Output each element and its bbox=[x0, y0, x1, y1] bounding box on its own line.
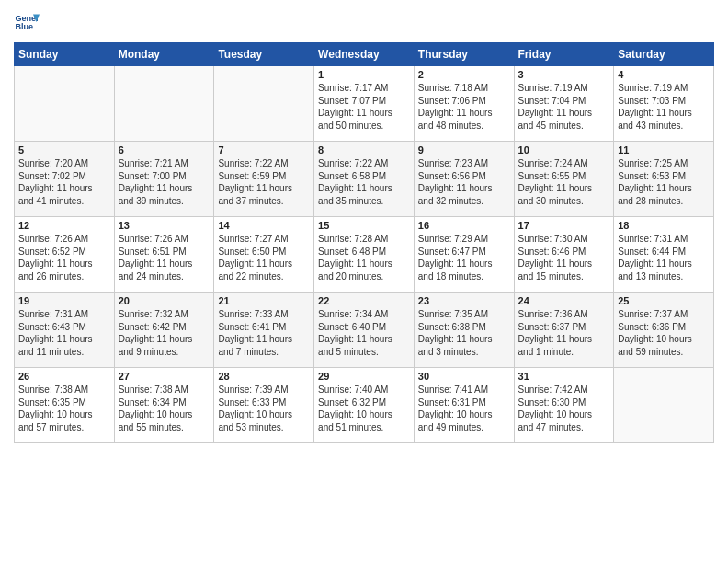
sunrise-text: Sunrise: 7:32 AM bbox=[119, 308, 210, 321]
sunset-text: Sunset: 6:32 PM bbox=[318, 396, 410, 409]
daylight-text-cont: and 18 minutes. bbox=[418, 270, 510, 283]
daylight-text: Daylight: 11 hours bbox=[119, 258, 210, 270]
daylight-text: Daylight: 11 hours bbox=[618, 258, 710, 270]
sunset-text: Sunset: 6:48 PM bbox=[318, 246, 410, 259]
daylight-text: Daylight: 10 hours bbox=[119, 408, 210, 421]
calendar-cell: 4Sunrise: 7:19 AMSunset: 7:03 PMDaylight… bbox=[614, 66, 714, 142]
day-number: 26 bbox=[18, 371, 110, 382]
sunrise-text: Sunrise: 7:39 AM bbox=[218, 384, 310, 396]
sunset-text: Sunset: 6:50 PM bbox=[218, 246, 310, 259]
calendar-cell bbox=[214, 66, 314, 142]
day-number: 21 bbox=[218, 295, 310, 306]
sunset-text: Sunset: 6:36 PM bbox=[618, 321, 710, 334]
day-header-thursday: Thursday bbox=[414, 43, 514, 66]
daylight-text: Daylight: 10 hours bbox=[618, 333, 710, 346]
day-number: 16 bbox=[418, 220, 510, 231]
sunset-text: Sunset: 6:42 PM bbox=[119, 321, 210, 334]
calendar-cell: 23Sunrise: 7:35 AMSunset: 6:38 PMDayligh… bbox=[414, 293, 514, 368]
calendar-cell: 5Sunrise: 7:20 AMSunset: 7:02 PMDaylight… bbox=[15, 142, 115, 217]
day-header-saturday: Saturday bbox=[614, 43, 714, 66]
daylight-text-cont: and 13 minutes. bbox=[618, 270, 710, 283]
daylight-text-cont: and 22 minutes. bbox=[218, 270, 310, 283]
day-number: 6 bbox=[119, 144, 210, 155]
calendar-cell bbox=[15, 66, 115, 142]
sunrise-text: Sunrise: 7:37 AM bbox=[618, 308, 710, 321]
day-number: 5 bbox=[18, 144, 110, 155]
daylight-text-cont: and 30 minutes. bbox=[518, 195, 610, 208]
page: General Blue SundayMondayTuesdayWednesda… bbox=[0, 0, 728, 563]
sunset-text: Sunset: 6:34 PM bbox=[119, 396, 210, 409]
calendar-cell bbox=[114, 66, 214, 142]
day-number: 17 bbox=[518, 220, 610, 231]
sunrise-text: Sunrise: 7:22 AM bbox=[218, 157, 310, 170]
calendar-cell: 21Sunrise: 7:33 AMSunset: 6:41 PMDayligh… bbox=[214, 293, 314, 368]
sunrise-text: Sunrise: 7:26 AM bbox=[18, 233, 110, 246]
daylight-text-cont: and 35 minutes. bbox=[318, 195, 410, 208]
daylight-text: Daylight: 10 hours bbox=[318, 408, 410, 421]
day-number: 13 bbox=[119, 220, 210, 231]
daylight-text: Daylight: 11 hours bbox=[318, 107, 410, 120]
calendar-table: SundayMondayTuesdayWednesdayThursdayFrid… bbox=[14, 42, 714, 443]
sunrise-text: Sunrise: 7:20 AM bbox=[18, 157, 110, 170]
daylight-text-cont: and 50 minutes. bbox=[318, 120, 410, 132]
sunrise-text: Sunrise: 7:33 AM bbox=[218, 308, 310, 321]
calendar-cell: 26Sunrise: 7:38 AMSunset: 6:35 PMDayligh… bbox=[15, 368, 115, 443]
daylight-text: Daylight: 11 hours bbox=[318, 258, 410, 270]
sunset-text: Sunset: 6:51 PM bbox=[119, 246, 210, 259]
sunrise-text: Sunrise: 7:29 AM bbox=[418, 233, 510, 246]
day-number: 15 bbox=[318, 220, 410, 231]
sunset-text: Sunset: 6:46 PM bbox=[518, 246, 610, 259]
calendar-cell: 24Sunrise: 7:36 AMSunset: 6:37 PMDayligh… bbox=[514, 293, 614, 368]
sunset-text: Sunset: 6:38 PM bbox=[418, 321, 510, 334]
day-number: 2 bbox=[418, 69, 510, 80]
daylight-text: Daylight: 11 hours bbox=[618, 182, 710, 195]
calendar-cell: 18Sunrise: 7:31 AMSunset: 6:44 PMDayligh… bbox=[614, 217, 714, 293]
logo: General Blue bbox=[14, 9, 40, 35]
day-header-tuesday: Tuesday bbox=[214, 43, 314, 66]
sunrise-text: Sunrise: 7:21 AM bbox=[119, 157, 210, 170]
daylight-text-cont: and 3 minutes. bbox=[418, 346, 510, 359]
sunrise-text: Sunrise: 7:40 AM bbox=[318, 384, 410, 396]
daylight-text: Daylight: 11 hours bbox=[218, 333, 310, 346]
sunset-text: Sunset: 6:53 PM bbox=[618, 170, 710, 183]
daylight-text: Daylight: 11 hours bbox=[418, 258, 510, 270]
calendar-cell: 6Sunrise: 7:21 AMSunset: 7:00 PMDaylight… bbox=[114, 142, 214, 217]
daylight-text: Daylight: 11 hours bbox=[518, 182, 610, 195]
day-number: 14 bbox=[218, 220, 310, 231]
sunrise-text: Sunrise: 7:19 AM bbox=[618, 82, 710, 95]
day-number: 8 bbox=[318, 144, 410, 155]
sunrise-text: Sunrise: 7:38 AM bbox=[18, 384, 110, 396]
sunset-text: Sunset: 7:02 PM bbox=[18, 170, 110, 183]
daylight-text: Daylight: 11 hours bbox=[119, 333, 210, 346]
calendar-cell: 15Sunrise: 7:28 AMSunset: 6:48 PMDayligh… bbox=[314, 217, 415, 293]
daylight-text-cont: and 24 minutes. bbox=[119, 270, 210, 283]
sunset-text: Sunset: 6:35 PM bbox=[18, 396, 110, 409]
daylight-text-cont: and 59 minutes. bbox=[618, 346, 710, 359]
sunset-text: Sunset: 7:06 PM bbox=[418, 95, 510, 108]
daylight-text-cont: and 20 minutes. bbox=[318, 270, 410, 283]
sunrise-text: Sunrise: 7:26 AM bbox=[119, 233, 210, 246]
daylight-text: Daylight: 11 hours bbox=[119, 182, 210, 195]
calendar-cell: 7Sunrise: 7:22 AMSunset: 6:59 PMDaylight… bbox=[214, 142, 314, 217]
sunset-text: Sunset: 7:04 PM bbox=[518, 95, 610, 108]
calendar-cell: 16Sunrise: 7:29 AMSunset: 6:47 PMDayligh… bbox=[414, 217, 514, 293]
daylight-text-cont: and 53 minutes. bbox=[218, 421, 310, 434]
header-row: SundayMondayTuesdayWednesdayThursdayFrid… bbox=[15, 43, 714, 66]
calendar-cell: 29Sunrise: 7:40 AMSunset: 6:32 PMDayligh… bbox=[314, 368, 415, 443]
daylight-text: Daylight: 11 hours bbox=[518, 333, 610, 346]
daylight-text-cont: and 57 minutes. bbox=[18, 421, 110, 434]
sunrise-text: Sunrise: 7:22 AM bbox=[318, 157, 410, 170]
sunset-text: Sunset: 7:07 PM bbox=[318, 95, 410, 108]
calendar-cell: 2Sunrise: 7:18 AMSunset: 7:06 PMDaylight… bbox=[414, 66, 514, 142]
sunrise-text: Sunrise: 7:31 AM bbox=[18, 308, 110, 321]
sunset-text: Sunset: 6:52 PM bbox=[18, 246, 110, 259]
daylight-text-cont: and 1 minute. bbox=[518, 346, 610, 359]
day-number: 25 bbox=[618, 295, 710, 306]
sunset-text: Sunset: 6:33 PM bbox=[218, 396, 310, 409]
daylight-text: Daylight: 10 hours bbox=[218, 408, 310, 421]
day-number: 23 bbox=[418, 295, 510, 306]
week-row-2: 5Sunrise: 7:20 AMSunset: 7:02 PMDaylight… bbox=[15, 142, 714, 217]
sunset-text: Sunset: 6:56 PM bbox=[418, 170, 510, 183]
daylight-text-cont: and 47 minutes. bbox=[518, 421, 610, 434]
calendar-cell: 3Sunrise: 7:19 AMSunset: 7:04 PMDaylight… bbox=[514, 66, 614, 142]
